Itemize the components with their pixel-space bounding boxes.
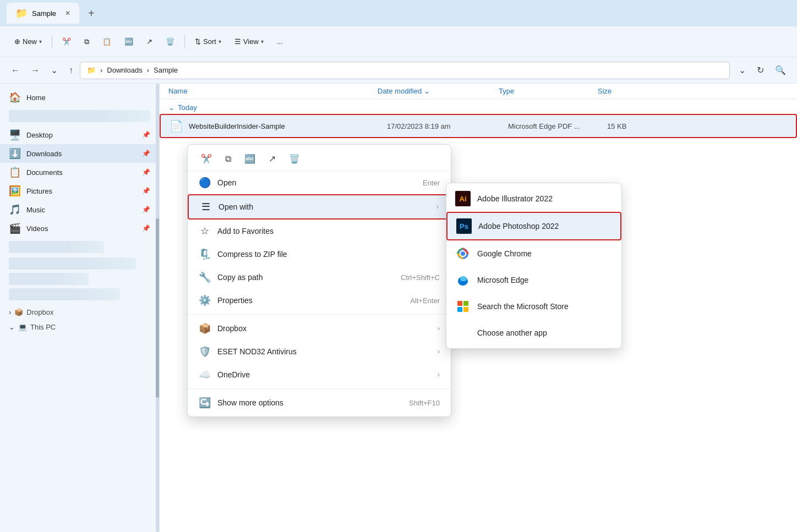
cm-show-more-item[interactable]: ↪️ Show more options Shift+F10 [188,391,451,414]
active-tab[interactable]: 📁 Sample ✕ [7,3,79,24]
cm-dropbox-item[interactable]: 📦 Dropbox › [188,317,451,340]
sidebar-item-desktop[interactable]: 🖥️ Desktop 📌 [0,125,159,144]
cm-eset-label: ESET NOD32 Antivirus [217,347,431,356]
cm-onedrive-item[interactable]: ☁️ OneDrive › [188,363,451,386]
cm-delete-button[interactable]: 🗑️ [285,151,304,166]
recent-button[interactable]: ⌄ [46,62,62,79]
cm-favorites-item[interactable]: ☆ Add to Favorites [188,220,451,243]
sm-store-item[interactable]: Search the Microsoft Store [446,293,621,320]
nav-bar: ← → ⌄ ↑ 📁 › Downloads › Sample ⌄ ↻ 🔍 [0,57,797,84]
sidebar-thispc-section[interactable]: ⌄ 💻 This PC [0,319,159,333]
search-button[interactable]: 🔍 [771,62,790,79]
more-button[interactable]: ... [271,34,288,49]
group-collapse-arrow[interactable]: ⌄ [168,103,174,112]
downloads-pin-icon: 📌 [142,150,150,157]
videos-icon: 🎬 [9,222,21,234]
sidebar-item-downloads[interactable]: ⬇️ Downloads 📌 [0,144,159,163]
rename-icon: 🔤 [124,37,133,46]
sm-photoshop-label: Adobe Photoshop 2022 [478,222,612,231]
sidebar-dropbox-section[interactable]: › 📦 Dropbox [0,304,159,319]
sort-button[interactable]: ⇅ Sort ▾ [189,34,227,49]
share-button[interactable]: ↗ [141,34,158,49]
cm-favorites-icon: ☆ [199,225,211,237]
svg-rect-5 [457,301,462,306]
breadcrumb-downloads[interactable]: Downloads [107,66,142,74]
sidebar-videos-label: Videos [26,224,48,233]
desktop-pin-icon: 📌 [142,131,150,139]
sidebar-item-home[interactable]: 🏠 Home [0,88,159,107]
sidebar-scrollbar-thumb[interactable] [156,218,159,398]
photoshop-icon: Ps [456,218,472,234]
rename-button[interactable]: 🔤 [119,34,139,49]
cm-onedrive-icon: ☁️ [199,369,211,381]
pictures-icon: 🖼️ [9,185,21,197]
cm-copy-button[interactable]: ⧉ [221,151,236,166]
documents-icon: 📋 [9,166,21,178]
more-icon: ... [277,37,283,46]
col-header-type[interactable]: Type [499,87,598,95]
new-button[interactable]: ⊕ New ▾ [9,34,47,49]
sidebar-item-videos[interactable]: 🎬 Videos 📌 [0,219,159,238]
sidebar-home-label: Home [26,94,46,102]
sidebar-scrollbar[interactable] [156,84,159,532]
toolbar-separator-2 [184,35,185,48]
cm-eset-item[interactable]: 🛡️ ESET NOD32 Antivirus › [188,340,451,363]
col-header-size[interactable]: Size [598,87,653,95]
sidebar-item-pictures[interactable]: 🖼️ Pictures 📌 [0,182,159,200]
sm-another-app-item[interactable]: Choose another app [446,320,621,346]
col-header-date[interactable]: Date modified ⌄ [378,87,499,95]
cm-copy-path-label: Copy as path [217,273,394,282]
cm-properties-icon: ⚙️ [199,294,211,306]
cm-share-button[interactable]: ↗ [264,151,280,166]
cm-properties-item[interactable]: ⚙️ Properties Alt+Enter [188,289,451,312]
expand-button[interactable]: ⌄ [734,62,750,79]
sm-illustrator-label: Adobe Illustrator 2022 [477,194,613,203]
cm-favorites-label: Add to Favorites [217,227,440,235]
context-menu: ✂️ ⧉ 🔤 ↗ 🗑️ 🔵 Open Enter ☰ Open with › ☆ [187,144,451,417]
tab-label: Sample [32,9,56,18]
view-button[interactable]: ☰ View ▾ [229,34,269,49]
desktop-icon: 🖥️ [9,129,21,141]
cm-rename-button[interactable]: 🔤 [240,151,260,166]
view-dropdown-arrow: ▾ [261,39,264,45]
sm-illustrator-item[interactable]: Ai Adobe Illustrator 2022 [446,185,621,212]
sidebar-item-music[interactable]: 🎵 Music 📌 [0,200,159,219]
view-icon: ☰ [234,37,241,46]
cm-cut-button[interactable]: ✂️ [196,151,216,166]
col-header-name[interactable]: Name [168,87,378,95]
sm-chrome-item[interactable]: Google Chrome [446,240,621,267]
cm-properties-label: Properties [217,296,403,305]
cm-open-item[interactable]: 🔵 Open Enter [188,171,451,194]
cm-open-with-item[interactable]: ☰ Open with › [188,194,451,220]
dropbox-icon: 📦 [14,308,23,316]
sm-edge-item[interactable]: Microsoft Edge [446,267,621,293]
file-type: Microsoft Edge PDF ... [508,122,607,130]
cm-show-more-icon: ↪️ [199,397,211,409]
refresh-button[interactable]: ↻ [752,62,768,79]
cut-icon: ✂️ [62,37,71,46]
back-button[interactable]: ← [7,62,24,79]
cm-copy-path-item[interactable]: 🔧 Copy as path Ctrl+Shift+C [188,266,451,289]
new-dropdown-arrow: ▾ [39,39,42,45]
new-tab-button[interactable]: + [84,5,99,22]
tab-close-button[interactable]: ✕ [65,9,70,17]
cm-compress-item[interactable]: 🗜️ Compress to ZIP file [188,243,451,266]
sidebar-private-item-5 [9,288,120,300]
file-row-pdf[interactable]: 📄 WebsiteBuilderInsider-Sample 17/02/202… [160,114,797,138]
forward-button[interactable]: → [26,62,44,79]
downloads-icon: ⬇️ [9,147,21,160]
sidebar-music-label: Music [26,206,45,214]
sidebar-thispc-label: This PC [30,323,56,331]
sm-photoshop-item[interactable]: Ps Adobe Photoshop 2022 [446,212,621,240]
store-icon [455,299,471,314]
delete-button[interactable]: 🗑️ [160,34,180,49]
up-button[interactable]: ↑ [64,62,78,79]
sidebar-item-documents[interactable]: 📋 Documents 📌 [0,163,159,182]
documents-pin-icon: 📌 [142,168,150,176]
main-layout: 🏠 Home 🖥️ Desktop 📌 ⬇️ Downloads 📌 📋 Doc… [0,84,797,532]
cut-button[interactable]: ✂️ [57,34,77,49]
paste-button[interactable]: 📋 [97,34,117,49]
breadcrumb-sample[interactable]: Sample [154,66,178,74]
address-bar[interactable]: 📁 › Downloads › Sample [80,62,730,79]
copy-button[interactable]: ⧉ [79,34,95,50]
